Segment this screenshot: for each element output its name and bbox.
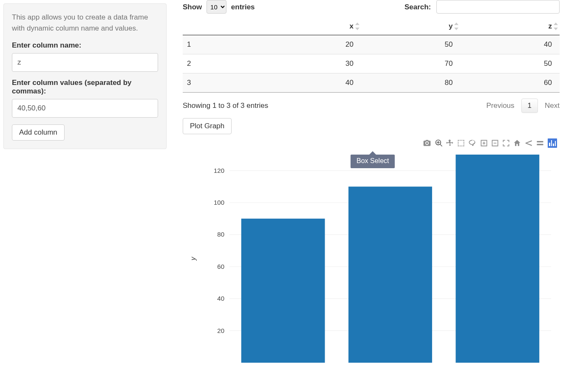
table-row: 2 30 70 50 — [183, 54, 560, 73]
camera-icon[interactable] — [423, 139, 431, 147]
svg-rect-14 — [348, 186, 432, 363]
plot-graph-button[interactable]: Plot Graph — [183, 118, 232, 134]
plotly-modebar — [423, 138, 557, 148]
col-header-x[interactable]: x — [262, 18, 361, 35]
pager: Previous 1 Next — [486, 99, 560, 113]
col-header-index[interactable] — [183, 18, 262, 35]
next-page-button[interactable]: Next — [545, 102, 560, 110]
svg-text:100: 100 — [214, 199, 224, 206]
svg-text:40: 40 — [217, 295, 224, 302]
lasso-select-icon[interactable] — [468, 139, 476, 147]
zoom-out-icon[interactable] — [491, 139, 499, 147]
plotly-logo-icon[interactable] — [548, 138, 557, 148]
reset-axes-icon[interactable] — [513, 139, 521, 147]
svg-text:80: 80 — [217, 231, 224, 238]
search-input[interactable] — [436, 0, 560, 14]
table-row: 3 40 80 60 — [183, 73, 560, 93]
add-column-button[interactable]: Add column — [12, 124, 65, 141]
box-select-icon[interactable] — [457, 139, 465, 147]
spike-lines-icon[interactable] — [525, 139, 533, 147]
pan-icon[interactable] — [446, 139, 454, 147]
sort-icon — [454, 23, 458, 30]
col-header-z[interactable]: z — [460, 18, 560, 35]
zoom-in-icon[interactable] — [480, 139, 488, 147]
sidebar-panel: This app allows you to create a data fra… — [3, 3, 167, 149]
zoom-icon[interactable] — [435, 139, 443, 147]
page-size-select[interactable]: 10 — [207, 0, 226, 14]
prev-page-button[interactable]: Previous — [486, 102, 514, 110]
colvals-input[interactable] — [12, 99, 158, 118]
show-suffix: entries — [231, 3, 255, 11]
sort-icon — [554, 23, 558, 30]
svg-rect-15 — [455, 155, 539, 363]
svg-text:20: 20 — [217, 327, 224, 334]
data-table: x y z 1 20 50 40 2 30 70 50 — [183, 18, 560, 93]
autoscale-icon[interactable] — [502, 139, 510, 147]
hover-compare-icon[interactable] — [536, 139, 544, 147]
svg-text:120: 120 — [214, 167, 224, 174]
colname-input[interactable] — [12, 53, 158, 72]
page-number-button[interactable]: 1 — [521, 99, 538, 113]
help-text: This app allows you to create a data fra… — [12, 12, 158, 34]
show-prefix: Show — [183, 3, 202, 11]
search-control: Search: — [405, 0, 560, 14]
app-viewport[interactable]: This app allows you to create a data fra… — [0, 0, 563, 392]
datatable-topbar: Show 10 entries Search: — [183, 0, 560, 14]
entries-length-control: Show 10 entries — [183, 0, 255, 14]
table-row: 1 20 50 40 — [183, 35, 560, 54]
table-info: Showing 1 to 3 of 3 entries — [183, 102, 268, 110]
datatable-footer: Showing 1 to 3 of 3 entries Previous 1 N… — [183, 99, 560, 113]
col-header-y[interactable]: y — [361, 18, 461, 35]
search-label: Search: — [405, 3, 431, 11]
colvals-label: Enter column values (separated by commas… — [12, 79, 158, 96]
svg-text:60: 60 — [217, 263, 224, 270]
modebar-tooltip: Box Select — [351, 155, 395, 168]
plot-container: Box Select 20406080100120y — [183, 138, 560, 363]
svg-rect-13 — [241, 219, 325, 363]
bar-chart[interactable]: 20406080100120y — [183, 138, 560, 363]
colname-label: Enter column name: — [12, 41, 158, 50]
sort-icon — [355, 23, 359, 30]
svg-text:y: y — [190, 257, 197, 261]
